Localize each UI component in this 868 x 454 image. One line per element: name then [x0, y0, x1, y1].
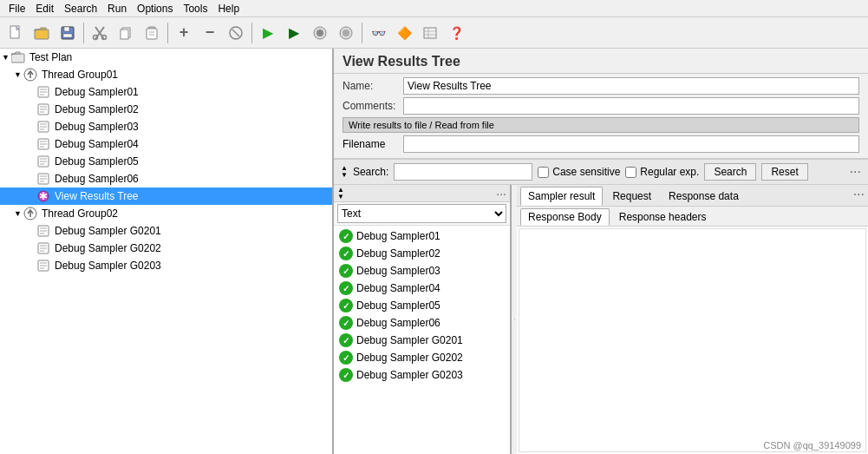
vrt-icon: ✱ — [36, 189, 50, 203]
filename-input[interactable] — [403, 135, 859, 153]
add-button[interactable]: + — [172, 21, 196, 45]
svg-point-7 — [94, 35, 98, 39]
result-item-ds01[interactable]: ✓ Debug Sampler01 — [334, 227, 510, 245]
results-list: ✓ Debug Sampler01 ✓ Debug Sampler02 ✓ De… — [334, 226, 510, 454]
tree-item-ds02[interactable]: Debug Sampler02 — [0, 101, 332, 118]
tree-item-dsg0202[interactable]: Debug Sampler G0202 — [0, 240, 332, 257]
tab-response-data[interactable]: Response data — [661, 187, 747, 206]
success-icon-dsg0202: ✓ — [339, 351, 353, 365]
tab-response-headers[interactable]: Response headers — [611, 208, 715, 226]
result-label-ds04: Debug Sampler04 — [356, 282, 441, 294]
tree-label-tg01: Thread Group01 — [42, 69, 118, 81]
write-results-bar[interactable]: Write results to file / Read from file — [343, 117, 859, 133]
help-button[interactable]: ❓ — [444, 21, 468, 45]
tree-item-dsg0201[interactable]: Debug Sampler G0201 — [0, 222, 332, 240]
svg-rect-1 — [35, 30, 49, 39]
detail-more-icon[interactable]: ··· — [853, 187, 865, 206]
comments-input[interactable] — [403, 97, 859, 115]
search-more-icon[interactable]: ··· — [850, 164, 861, 180]
list-down-arrow-icon[interactable]: ▼ — [337, 194, 344, 201]
new-button[interactable] — [3, 21, 28, 45]
cut-button[interactable] — [88, 21, 112, 45]
list-button[interactable] — [418, 21, 442, 45]
tree-item-ds04[interactable]: Debug Sampler04 — [0, 135, 332, 153]
tree-label-dsg0202: Debug Sampler G0202 — [55, 242, 161, 254]
open-button[interactable] — [29, 21, 54, 45]
inspect-button[interactable]: 👓 — [366, 21, 390, 45]
search-button[interactable]: Search — [704, 163, 756, 181]
result-item-dsg0203[interactable]: ✓ Debug Sampler G0203 — [334, 366, 510, 384]
name-row: Name: — [343, 77, 859, 95]
result-label-dsg0203: Debug Sampler G0203 — [356, 369, 463, 381]
search-input[interactable] — [394, 163, 532, 181]
name-label: Name: — [343, 80, 403, 92]
result-item-ds05[interactable]: ✓ Debug Sampler05 — [334, 297, 510, 314]
filter-button[interactable]: 🔶 — [392, 21, 416, 45]
sep3 — [251, 23, 252, 43]
remove-button[interactable]: − — [198, 21, 222, 45]
result-item-dsg0201[interactable]: ✓ Debug Sampler G0201 — [334, 332, 510, 349]
tree-item-ds06[interactable]: Debug Sampler06 — [0, 170, 332, 188]
sampler06-icon — [36, 172, 50, 186]
tab-response-body[interactable]: Response Body — [520, 208, 610, 226]
type-select[interactable]: Text RegExp Tester CSS/JQuery JSON Path … — [337, 204, 506, 223]
svg-line-16 — [232, 30, 239, 36]
svg-point-20 — [343, 30, 349, 36]
svg-rect-10 — [121, 30, 128, 39]
menu-search[interactable]: Search — [59, 1, 102, 16]
down-arrow-icon[interactable]: ▼ — [341, 172, 348, 179]
result-item-ds06[interactable]: ✓ Debug Sampler06 — [334, 314, 510, 332]
result-label-dsg0201: Debug Sampler G0201 — [356, 334, 463, 346]
copy-button[interactable] — [114, 21, 138, 45]
stop-now-button[interactable] — [334, 21, 358, 45]
tree-item-vrt[interactable]: ✱ View Results Tree — [0, 188, 332, 205]
collapse-testplan[interactable]: ▼ — [2, 53, 10, 62]
tree-item-ds05[interactable]: Debug Sampler05 — [0, 153, 332, 170]
result-item-ds02[interactable]: ✓ Debug Sampler02 — [334, 245, 510, 262]
sep2 — [167, 23, 168, 43]
menu-edit[interactable]: Edit — [30, 1, 59, 16]
name-input[interactable] — [403, 77, 859, 95]
clear-button[interactable] — [224, 21, 248, 45]
tree-label-ds04: Debug Sampler04 — [55, 138, 139, 150]
results-list-panel: ▲ ▼ ··· Text RegExp Tester CSS/JQuery JS… — [334, 185, 512, 454]
regex-checkbox[interactable] — [625, 167, 636, 178]
list-arrows[interactable]: ▲ ▼ — [337, 187, 344, 201]
menu-run[interactable]: Run — [102, 1, 132, 16]
tree-item-ds03[interactable]: Debug Sampler03 — [0, 118, 332, 135]
tree-item-dsg0203[interactable]: Debug Sampler G0203 — [0, 257, 332, 274]
result-item-ds04[interactable]: ✓ Debug Sampler04 — [334, 280, 510, 297]
threadgroup01-icon — [23, 68, 37, 82]
search-arrows[interactable]: ▲ ▼ — [341, 165, 348, 179]
collapse-tg02[interactable]: ▼ — [14, 209, 22, 218]
regex-label: Regular exp. — [640, 166, 699, 178]
tree-label-ds01: Debug Sampler01 — [55, 86, 139, 98]
menu-options[interactable]: Options — [132, 1, 178, 16]
list-more-icon[interactable]: ··· — [496, 187, 506, 201]
save-button[interactable] — [55, 21, 80, 45]
filename-label: Filename — [343, 138, 403, 150]
reset-button[interactable]: Reset — [761, 163, 807, 181]
tree-item-thread-group02[interactable]: ▼ Thread Group02 — [0, 205, 332, 222]
tree-item-thread-group01[interactable]: ▼ Thread Group01 — [0, 66, 332, 83]
run-button[interactable]: ▶ — [256, 21, 280, 45]
success-icon-ds03: ✓ — [339, 264, 353, 278]
collapse-tg01[interactable]: ▼ — [14, 70, 22, 79]
tree-item-test-plan[interactable]: ▼ Test Plan — [0, 49, 332, 66]
tree-item-ds01[interactable]: Debug Sampler01 — [0, 83, 332, 101]
menu-tools[interactable]: Tools — [178, 1, 212, 16]
run-all-button[interactable]: ▶ — [282, 21, 306, 45]
success-icon-dsg0201: ✓ — [339, 333, 353, 347]
result-item-dsg0202[interactable]: ✓ Debug Sampler G0202 — [334, 349, 510, 366]
result-item-ds03[interactable]: ✓ Debug Sampler03 — [334, 262, 510, 280]
response-content — [519, 228, 866, 452]
paste-button[interactable] — [140, 21, 164, 45]
menu-help[interactable]: Help — [212, 1, 245, 16]
tab-sampler-result[interactable]: Sampler result — [520, 187, 603, 206]
tree-label-ds05: Debug Sampler05 — [55, 155, 139, 168]
case-sensitive-checkbox[interactable] — [538, 167, 549, 178]
tab-request[interactable]: Request — [604, 187, 659, 206]
menu-file[interactable]: File — [3, 1, 30, 16]
svg-rect-4 — [63, 34, 72, 37]
stop-button[interactable] — [308, 21, 332, 45]
